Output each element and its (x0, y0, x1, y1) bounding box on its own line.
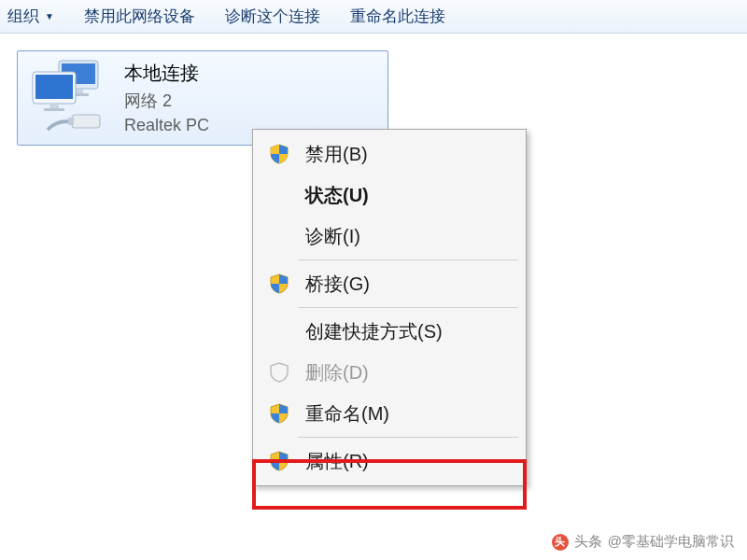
menu-separator (298, 259, 518, 260)
toolbar-rename[interactable]: 重命名此连接 (350, 6, 445, 27)
network-title: 本地连接 (124, 61, 209, 86)
toolbar-disable-device[interactable]: 禁用此网络设备 (84, 6, 195, 27)
shield-icon (269, 144, 289, 164)
menu-disable-label: 禁用(B) (298, 142, 368, 167)
watermark-logo-icon: 头 (552, 534, 569, 551)
menu-status[interactable]: 状态(U) (255, 175, 524, 216)
menu-rename-label: 重命名(M) (298, 401, 389, 427)
network-subtitle: 网络 2 (124, 90, 209, 112)
menu-bridge[interactable]: 桥接(G) (255, 263, 524, 304)
svg-rect-5 (35, 75, 73, 99)
toolbar-organize-label: 组织 (7, 6, 39, 27)
watermark-text: @零基础学电脑常识 (608, 533, 734, 551)
shield-icon (269, 403, 289, 424)
menu-diagnose[interactable]: 诊断(I) (255, 216, 524, 257)
toolbar-rename-label: 重命名此连接 (350, 6, 445, 27)
context-menu: 禁用(B) 状态(U) 诊断(I) 桥接(G) 创建快捷方式(S) 删除(D (252, 129, 527, 486)
menu-separator (298, 307, 518, 308)
svg-rect-9 (68, 118, 74, 125)
menu-delete-label: 删除(D) (298, 360, 369, 385)
network-adapter-text: 本地连接 网络 2 Realtek PC (124, 61, 209, 135)
menu-separator (298, 437, 518, 438)
menu-diagnose-label: 诊断(I) (298, 224, 360, 249)
menu-bridge-label: 桥接(G) (298, 272, 370, 297)
menu-delete: 删除(D) (255, 352, 524, 393)
svg-rect-7 (44, 108, 64, 111)
shield-icon (269, 451, 289, 471)
toolbar-organize[interactable]: 组织 ▼ (7, 6, 54, 27)
toolbar-diagnose[interactable]: 诊断这个连接 (225, 6, 320, 27)
watermark-prefix: 头条 (574, 533, 602, 551)
watermark: 头 头条 @零基础学电脑常识 (552, 533, 734, 551)
svg-rect-8 (72, 115, 100, 128)
menu-properties-label: 属性(R) (298, 449, 369, 474)
toolbar-disable-label: 禁用此网络设备 (84, 6, 195, 27)
menu-properties[interactable]: 属性(R) (255, 441, 524, 482)
menu-create-shortcut[interactable]: 创建快捷方式(S) (255, 311, 524, 352)
network-adapter-icon (27, 59, 111, 137)
svg-rect-6 (49, 104, 59, 108)
network-adapter-name: Realtek PC (124, 116, 209, 135)
toolbar-diagnose-label: 诊断这个连接 (225, 6, 320, 27)
toolbar: 组织 ▼ 禁用此网络设备 诊断这个连接 重命名此连接 (0, 0, 747, 34)
menu-rename[interactable]: 重命名(M) (255, 393, 524, 434)
shield-icon (269, 273, 289, 294)
menu-disable[interactable]: 禁用(B) (255, 133, 524, 175)
menu-shortcut-label: 创建快捷方式(S) (298, 319, 443, 344)
menu-status-label: 状态(U) (298, 183, 369, 208)
shield-disabled-icon (269, 362, 289, 383)
dropdown-arrow-icon: ▼ (45, 11, 54, 21)
